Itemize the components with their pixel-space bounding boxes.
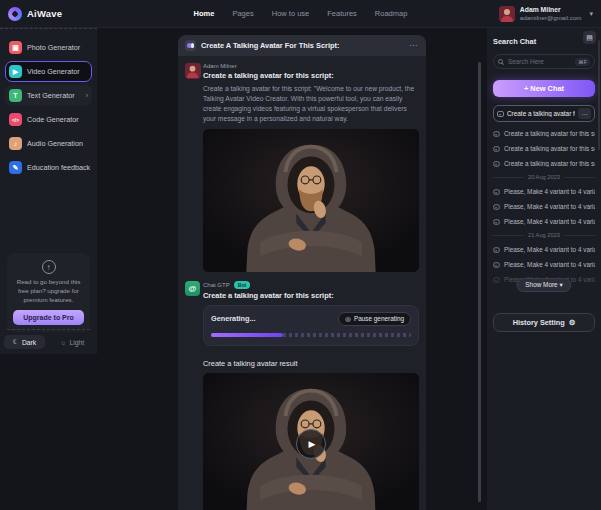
history-setting-button[interactable]: History Setting ⚙ xyxy=(493,313,595,332)
upgrade-card: ↑ Read to go beyond this free plan? upgr… xyxy=(7,253,90,332)
history-item[interactable]: Please, Make 4 variant to 4 varian xyxy=(493,218,595,225)
nav-how-to-use[interactable]: How to use xyxy=(272,9,310,18)
right-sidebar: ▤ Search Chat ⌘F + New Chat Create a tal… xyxy=(487,28,601,510)
upgrade-to-pro-button[interactable]: Upgrade to Pro xyxy=(13,310,84,325)
upgrade-text: Read to go beyond this free plan? upgrad… xyxy=(13,278,84,305)
nav-features[interactable]: Features xyxy=(327,9,357,18)
sidebar-item-text-generator[interactable]: T Text Generator › xyxy=(5,85,92,106)
chat-item-menu-button[interactable]: ⋯ xyxy=(578,108,591,119)
history-item[interactable]: Create a talking avatar for this scrip xyxy=(493,145,595,152)
sidebar-item-video-generator[interactable]: ▶ Video Generator xyxy=(5,61,92,82)
left-sidebar: ▣ Photo Generator ▶ Video Generator T Te… xyxy=(0,28,97,354)
chat-bubble-icon xyxy=(493,146,499,151)
nav-home[interactable]: Home xyxy=(194,9,215,18)
chat-gtp-icon: @ xyxy=(185,281,200,296)
top-bar: AiWave Home Pages How to use Features Ro… xyxy=(0,0,601,28)
search-icon xyxy=(498,59,503,64)
chat-bubble-icon xyxy=(493,131,499,136)
message-avatar xyxy=(185,63,201,79)
history-item[interactable]: Please, Make 4 variant to 4 varian xyxy=(493,246,595,253)
play-button[interactable]: ▶ xyxy=(296,429,326,459)
library-icon: ▤ xyxy=(586,34,593,42)
sidebar-item-code-generator[interactable]: </> Code Generator xyxy=(5,109,92,130)
top-nav: Home Pages How to use Features Roadmap xyxy=(0,9,601,18)
video-generator-icon: ▶ xyxy=(9,65,22,78)
gear-icon: ⚙ xyxy=(569,318,576,327)
nav-roadmap[interactable]: Roadmap xyxy=(375,9,408,18)
moon-icon: ☾ xyxy=(13,338,19,346)
chat-body: Adam Milner Create a talking avatar for … xyxy=(178,56,426,510)
history-item[interactable]: Please, Make 4 variant to 4 varian xyxy=(493,188,595,195)
date-divider: 20 Aug 2023 xyxy=(493,174,595,180)
education-feedback-icon: ✎ xyxy=(9,161,22,174)
result-video[interactable]: ▶ xyxy=(203,373,419,510)
pause-icon: ◎ xyxy=(345,315,351,323)
chat-title: Create A Talking Avatar For This Script: xyxy=(201,41,339,50)
chat-bubble-icon xyxy=(493,277,499,282)
history-item[interactable]: Create a talking avatar for this scrip xyxy=(493,160,595,167)
text-generator-icon: T xyxy=(9,89,22,102)
generating-label: Generating... xyxy=(211,314,256,323)
message-author: Adam Milner xyxy=(203,63,419,69)
theme-toggle: ☾ Dark ☼ Light xyxy=(7,329,90,349)
nav-pages[interactable]: Pages xyxy=(232,9,253,18)
upgrade-arrow-icon: ↑ xyxy=(42,260,56,274)
search-chat-title: Search Chat xyxy=(493,37,595,46)
bot-prompt: Create a talking avatar for this script: xyxy=(203,291,419,300)
photo-generator-icon: ▣ xyxy=(9,41,22,54)
show-more-area: Please, Make 4 variant to 4 varian Show … xyxy=(493,276,595,283)
chat-bubble-icon xyxy=(493,204,499,209)
search-input[interactable] xyxy=(506,57,572,66)
user-message: Adam Milner Create a talking avatar for … xyxy=(185,63,419,272)
history-item[interactable]: Please, Make 4 variant to 4 varian xyxy=(493,261,595,268)
chat-scrollbar[interactable] xyxy=(478,62,481,502)
progress-bar xyxy=(211,333,411,337)
chat-topic-icon xyxy=(185,40,196,51)
new-chat-button[interactable]: + New Chat xyxy=(493,80,595,97)
message-prompt: Create a talking avatar for this script: xyxy=(203,71,419,80)
chat-bubble-icon xyxy=(493,161,499,166)
history-item[interactable]: Create a talking avatar for this scrip xyxy=(493,130,595,137)
dark-mode-button[interactable]: ☾ Dark xyxy=(4,335,45,349)
progress-fill xyxy=(211,333,283,337)
bot-name: Chat GTP xyxy=(203,282,230,288)
message-body: Create a talking avatar for this script:… xyxy=(203,84,419,124)
chat-bubble-icon xyxy=(493,219,499,224)
code-generator-icon: </> xyxy=(9,113,22,126)
app-root: AiWave Home Pages How to use Features Ro… xyxy=(0,0,601,510)
active-chat-item[interactable]: Create a talking avatar for this scrip ⋯ xyxy=(493,105,595,122)
avatar-source-image xyxy=(203,129,419,272)
bot-badge: Bot xyxy=(234,281,251,289)
pause-generating-button[interactable]: ◎ Pause generating xyxy=(338,312,411,326)
library-button[interactable]: ▤ xyxy=(583,31,596,44)
show-more-button[interactable]: Show More ▾ xyxy=(516,278,571,292)
chat-bubble-icon xyxy=(497,111,504,117)
right-panel-scrollbar[interactable] xyxy=(598,40,600,150)
sun-icon: ☼ xyxy=(60,339,66,346)
chat-header: Create A Talking Avatar For This Script:… xyxy=(178,35,426,56)
bot-message: @ Chat GTP Bot Create a talking avatar f… xyxy=(185,281,419,510)
chat-bubble-icon xyxy=(493,262,499,267)
chevron-right-icon: › xyxy=(86,92,88,99)
chat-bubble-icon xyxy=(493,189,499,194)
audio-generation-icon: ♪ xyxy=(9,137,22,150)
more-options-icon[interactable]: ⋯ xyxy=(407,41,419,50)
search-box[interactable]: ⌘F xyxy=(493,54,595,69)
history-item[interactable]: Please, Make 4 variant to 4 varian xyxy=(493,203,595,210)
generating-box: Generating... ◎ Pause generating xyxy=(203,305,419,346)
date-divider: 21 Aug 2023 xyxy=(493,232,595,238)
chat-bubble-icon xyxy=(493,247,499,252)
sidebar-item-photo-generator[interactable]: ▣ Photo Generator xyxy=(5,37,92,58)
sidebar-item-education-feedback[interactable]: ✎ Education feedback xyxy=(5,157,92,178)
result-label: Create a talking avatar result xyxy=(203,359,419,368)
sidebar-item-audio-generation[interactable]: ♪ Audio Generation xyxy=(5,133,92,154)
light-mode-button[interactable]: ☼ Light xyxy=(51,335,93,349)
chat-panel: Create A Talking Avatar For This Script:… xyxy=(178,35,426,510)
search-shortcut: ⌘F xyxy=(575,58,590,66)
